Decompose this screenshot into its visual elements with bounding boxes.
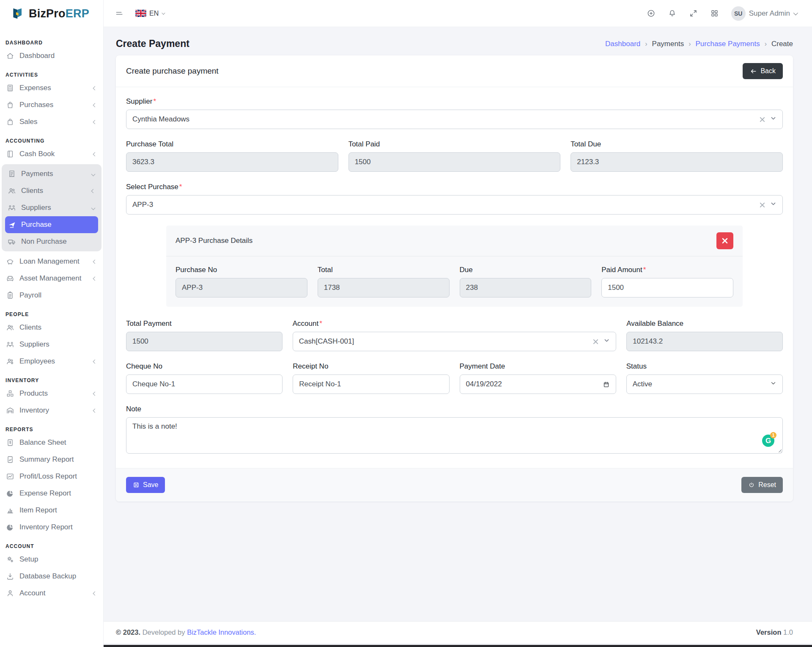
payment-date-input[interactable]: 04/19/2022 xyxy=(460,374,616,394)
grammarly-icon[interactable]: G1 xyxy=(762,435,774,447)
paid-amount-input[interactable] xyxy=(601,278,733,297)
save-icon xyxy=(133,482,140,488)
grid-icon[interactable] xyxy=(710,9,719,18)
sidebar-item-setup[interactable]: Setup xyxy=(0,551,103,568)
breadcrumb-payments: Payments xyxy=(652,40,684,48)
sidebar-item-suppliers[interactable]: Suppliers xyxy=(2,199,102,216)
receipt-icon xyxy=(8,170,16,178)
sidebar-item-dashboard[interactable]: Dashboard xyxy=(0,47,103,64)
window-bottom-edge xyxy=(104,645,812,647)
bag-icon xyxy=(6,118,14,126)
warehouse-icon xyxy=(6,406,14,415)
sidebar-item-expense-report[interactable]: Expense Report xyxy=(0,485,103,502)
topbar: EN SU Super Admin xyxy=(104,0,812,27)
sidebar-item-suppliers[interactable]: Suppliers xyxy=(0,336,103,353)
chart-line-icon xyxy=(6,472,14,481)
shopping-bag-icon xyxy=(6,101,14,109)
purchase-total-label: Purchase Total xyxy=(126,140,338,149)
select-purchase-label: Select Purchase xyxy=(126,183,783,191)
clear-icon[interactable] xyxy=(760,117,765,122)
paper-plane-icon xyxy=(8,220,16,229)
footer-copyright: © 2023. Developed by BizTackle Innovatio… xyxy=(116,628,256,636)
sidebar-item-profit-loss-report[interactable]: Profit/Loss Report xyxy=(0,468,103,485)
sidebar-item-purchases[interactable]: Purchases xyxy=(0,96,103,113)
sidebar-section-account: ACCOUNT xyxy=(0,543,103,549)
total-payment-input xyxy=(126,332,283,351)
sidebar-item-loan-management[interactable]: Loan Management xyxy=(0,253,103,270)
download-icon xyxy=(6,572,14,581)
sidebar-item-clients[interactable]: Clients xyxy=(2,182,102,199)
close-details-button[interactable] xyxy=(716,232,733,249)
note-textarea[interactable]: This is a note! xyxy=(126,417,783,454)
sidebar-section-reports: REPORTS xyxy=(0,427,103,432)
footer-version: Version 1.0 xyxy=(756,628,793,636)
sidebar-item-cash-book[interactable]: Cash Book xyxy=(0,146,103,162)
language-selector[interactable]: EN xyxy=(135,10,164,17)
handshake-icon xyxy=(6,340,14,349)
sidebar-item-non-purchase[interactable]: Non Purchase xyxy=(2,233,102,250)
account-label: Account xyxy=(293,319,616,328)
fullscreen-icon[interactable] xyxy=(689,9,698,18)
status-label: Status xyxy=(626,362,783,371)
chevron-left-icon xyxy=(93,408,97,413)
sidebar-expanded-group: PaymentsClientsSuppliersPurchaseNon Purc… xyxy=(2,164,102,251)
breadcrumb-purchase-payments[interactable]: Purchase Payments xyxy=(696,40,760,48)
sidebar-item-payroll[interactable]: Payroll xyxy=(0,287,103,304)
sidebar-item-asset-management[interactable]: Asset Management xyxy=(0,270,103,287)
account-select[interactable]: Cash[CASH-001] xyxy=(293,332,616,351)
page-footer: © 2023. Developed by BizTackle Innovatio… xyxy=(104,621,812,643)
sidebar-item-inventory-report[interactable]: Inventory Report xyxy=(0,519,103,536)
sidebar-item-item-report[interactable]: Item Report xyxy=(0,502,103,519)
user-menu[interactable]: SU Super Admin xyxy=(731,6,797,21)
details-total-input xyxy=(318,278,450,297)
sidebar: BizProERP DASHBOARDDashboardACTIVITIESEx… xyxy=(0,0,104,647)
breadcrumb-create: Create xyxy=(771,40,793,48)
breadcrumb-dashboard[interactable]: Dashboard xyxy=(605,40,640,48)
select-purchase-select[interactable]: APP-3 xyxy=(126,195,783,215)
brand-logo[interactable]: BizProERP xyxy=(0,0,103,27)
receipt-no-input[interactable] xyxy=(293,374,449,394)
footer-company-link[interactable]: BizTackle Innovations. xyxy=(187,628,256,636)
sidebar-item-database-backup[interactable]: Database Backup xyxy=(0,568,103,585)
arrow-left-icon xyxy=(750,68,757,75)
sidebar-item-employees[interactable]: Employees xyxy=(0,353,103,370)
sidebar-item-inventory[interactable]: Inventory xyxy=(0,402,103,419)
plus-circle-icon[interactable] xyxy=(647,9,656,18)
chevron-left-icon xyxy=(91,189,96,193)
sidebar-section-people: PEOPLE xyxy=(0,311,103,317)
menu-toggle-icon[interactable] xyxy=(115,9,123,18)
clear-icon[interactable] xyxy=(593,339,598,344)
status-select[interactable]: Active xyxy=(626,374,783,394)
sidebar-item-expenses[interactable]: Expenses xyxy=(0,80,103,96)
chevron-down-icon xyxy=(793,10,798,15)
reset-button[interactable]: Reset xyxy=(741,477,783,493)
total-payment-label: Total Payment xyxy=(126,319,283,328)
sidebar-item-balance-sheet[interactable]: Balance Sheet xyxy=(0,434,103,451)
paid-amount-label: Paid Amount xyxy=(601,266,733,274)
supplier-select[interactable]: Cynthia Meadows xyxy=(126,110,783,129)
clear-icon[interactable] xyxy=(760,202,765,208)
grammarly-badge: 1 xyxy=(770,432,776,438)
sidebar-item-sales[interactable]: Sales xyxy=(0,113,103,130)
bell-icon[interactable] xyxy=(668,9,677,18)
chevron-down-icon xyxy=(162,11,165,14)
cheque-no-input[interactable] xyxy=(126,374,283,394)
chevron-left-icon xyxy=(93,359,97,363)
back-button[interactable]: Back xyxy=(743,63,783,79)
chevron-left-icon xyxy=(93,591,97,595)
sidebar-item-products[interactable]: Products xyxy=(0,385,103,402)
file-invoice-icon xyxy=(6,438,14,447)
purchase-no-input xyxy=(176,278,307,297)
create-payment-card: Create purchase payment Back Supplier Cy… xyxy=(116,55,793,501)
sidebar-item-summary-report[interactable]: Summary Report xyxy=(0,451,103,468)
sidebar-item-payments[interactable]: Payments xyxy=(2,165,102,182)
users-icon xyxy=(8,187,16,195)
gears-icon xyxy=(6,555,14,564)
save-button[interactable]: Save xyxy=(126,477,165,493)
sidebar-item-clients[interactable]: Clients xyxy=(0,319,103,336)
sidebar-item-account[interactable]: Account xyxy=(0,585,103,602)
avatar: SU xyxy=(731,6,746,21)
clipboard-icon xyxy=(6,291,14,300)
sidebar-item-purchase[interactable]: Purchase xyxy=(5,216,98,233)
sidebar-nav: DASHBOARDDashboardACTIVITIESExpensesPurc… xyxy=(0,27,103,610)
